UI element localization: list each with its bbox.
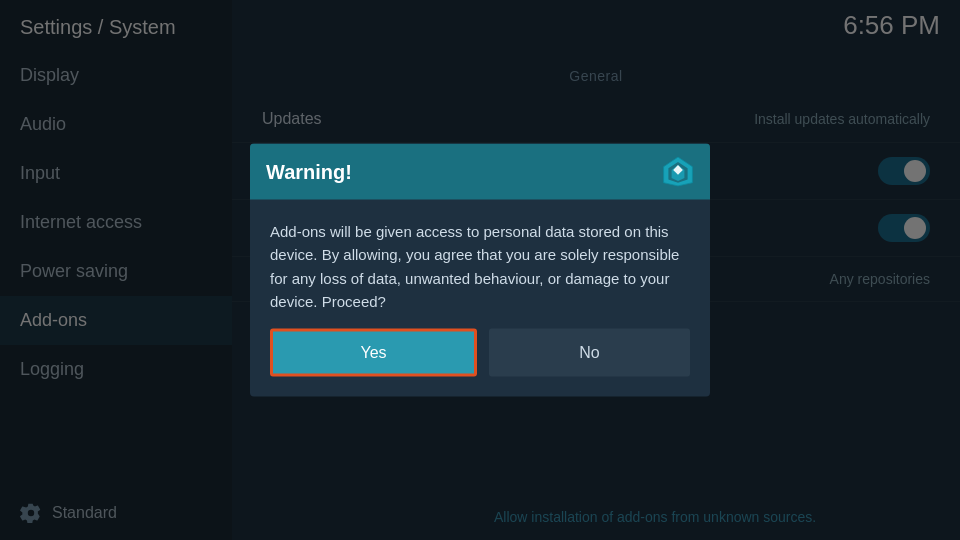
kodi-logo-icon — [662, 156, 694, 188]
dialog-body: Add-ons will be given access to personal… — [250, 200, 710, 329]
dialog-message: Add-ons will be given access to personal… — [270, 220, 690, 313]
dialog-buttons: Yes No — [250, 329, 710, 397]
dialog-header: Warning! — [250, 144, 710, 200]
dialog-yes-button[interactable]: Yes — [270, 329, 477, 377]
dialog-title: Warning! — [266, 160, 352, 183]
warning-dialog: Warning! Add-ons will be given access to… — [250, 144, 710, 397]
dialog-no-button[interactable]: No — [489, 329, 690, 377]
